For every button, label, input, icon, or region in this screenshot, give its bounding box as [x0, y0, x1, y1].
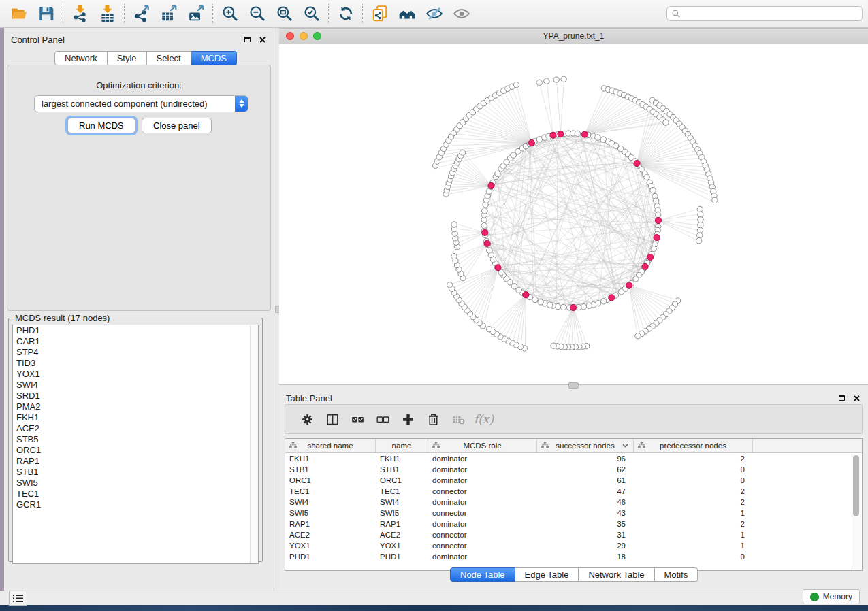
mcds-result-item[interactable]: PMA2 — [13, 401, 258, 412]
network-node[interactable] — [451, 253, 457, 259]
mcds-hub-node[interactable] — [550, 132, 556, 138]
mcds-hub-node[interactable] — [523, 292, 529, 298]
add-column-icon[interactable] — [396, 408, 421, 431]
tab-mcds[interactable]: MCDS — [191, 51, 237, 65]
horizontal-splitter-handle[interactable] — [568, 382, 579, 389]
mcds-hub-node[interactable] — [558, 131, 564, 137]
mcds-hub-node[interactable] — [488, 182, 494, 188]
export-image-icon[interactable] — [182, 2, 210, 25]
network-node[interactable] — [538, 299, 543, 305]
show-all-icon[interactable] — [448, 2, 475, 25]
table-row[interactable]: RAP1RAP1dominator352 — [285, 518, 862, 529]
float-table-panel-icon[interactable] — [837, 393, 846, 403]
network-node[interactable] — [633, 276, 639, 282]
network-node[interactable] — [451, 222, 457, 227]
network-canvas[interactable] — [279, 44, 868, 384]
table-row[interactable]: FKH1FKH1dominator962 — [285, 453, 862, 464]
network-node[interactable] — [697, 227, 703, 233]
refresh-icon[interactable] — [332, 2, 359, 25]
table-row[interactable]: STB1STB1dominator620 — [285, 464, 862, 475]
mcds-result-item[interactable]: ACE2 — [13, 423, 258, 434]
mcds-hub-node[interactable] — [528, 139, 534, 146]
tab-edge-table[interactable]: Edge Table — [515, 567, 579, 582]
first-neighbors-icon[interactable] — [393, 2, 421, 25]
network-node[interactable] — [532, 297, 538, 302]
mcds-hub-node[interactable] — [484, 240, 490, 246]
mcds-result-item[interactable]: STB5 — [13, 434, 258, 445]
mcds-hub-node[interactable] — [570, 304, 576, 310]
mcds-result-item[interactable]: SWI5 — [13, 478, 258, 489]
float-panel-icon[interactable] — [242, 35, 252, 44]
save-session-icon[interactable] — [33, 2, 60, 25]
mcds-result-list[interactable]: PHD1CAR1STP4TID3YOX1SWI4SRD1PMA2FKH1ACE2… — [12, 325, 259, 564]
mcds-result-item[interactable]: SRD1 — [13, 391, 258, 401]
network-node[interactable] — [495, 171, 500, 176]
network-node[interactable] — [511, 284, 517, 289]
network-node[interactable] — [482, 208, 487, 214]
network-node[interactable] — [618, 289, 624, 295]
network-node[interactable] — [698, 217, 703, 222]
optimization-criterion-select[interactable]: largest connected component (undirected) — [34, 95, 248, 112]
open-session-icon[interactable] — [5, 2, 33, 25]
deselect-all-checks-icon[interactable] — [370, 408, 396, 431]
network-node[interactable] — [600, 299, 606, 304]
zoom-in-icon[interactable] — [216, 2, 244, 25]
network-node[interactable] — [553, 77, 559, 82]
zoom-out-icon[interactable] — [244, 2, 271, 25]
table-row[interactable]: ORC1ORC1dominator610 — [285, 475, 862, 486]
tab-style[interactable]: Style — [108, 51, 147, 65]
import-network-icon[interactable] — [67, 2, 94, 25]
mcds-result-item[interactable]: YOX1 — [13, 369, 258, 380]
close-table-panel-icon[interactable] — [852, 393, 861, 403]
column-header-shared-name[interactable]: shared name — [285, 439, 376, 452]
network-node[interactable] — [513, 82, 519, 87]
mcds-hub-node[interactable] — [609, 295, 615, 301]
network-node[interactable] — [486, 327, 492, 332]
table-options-gear-icon[interactable] — [295, 408, 320, 431]
table-row[interactable]: YOX1YOX1connector291 — [285, 540, 862, 551]
tab-motifs[interactable]: Motifs — [655, 567, 698, 582]
network-window-titlebar[interactable]: YPA_prune.txt_1 — [279, 28, 868, 44]
mcds-hub-node[interactable] — [634, 160, 640, 166]
network-node[interactable] — [575, 131, 580, 136]
mcds-result-item[interactable]: STB1 — [13, 467, 258, 478]
network-node[interactable] — [656, 212, 661, 218]
mcds-result-item[interactable]: TEC1 — [13, 489, 258, 499]
delete-column-icon[interactable] — [421, 408, 446, 431]
table-row[interactable]: SWI4SWI4dominator462 — [285, 497, 862, 508]
network-node[interactable] — [663, 120, 669, 125]
network-node[interactable] — [561, 76, 566, 82]
network-node[interactable] — [547, 302, 553, 308]
table-row[interactable]: ACE2ACE2connector311 — [285, 529, 862, 540]
tab-network[interactable]: Network — [54, 51, 108, 65]
network-node[interactable] — [697, 206, 703, 212]
close-panel-icon[interactable] — [257, 35, 267, 44]
mcds-result-item[interactable]: RAP1 — [13, 456, 258, 467]
export-network-icon[interactable] — [128, 2, 155, 25]
table-row[interactable]: SWI5SWI5connector431 — [285, 508, 862, 518]
mcds-hub-node[interactable] — [495, 265, 501, 271]
network-node[interactable] — [447, 282, 452, 288]
mcds-result-item[interactable]: CAR1 — [13, 336, 258, 347]
network-node[interactable] — [698, 212, 703, 217]
tab-node-table[interactable]: Node Table — [450, 567, 515, 582]
network-node[interactable] — [712, 197, 718, 203]
network-node[interactable] — [586, 303, 592, 308]
mcds-result-item[interactable]: ORC1 — [13, 445, 258, 456]
network-node[interactable] — [481, 222, 487, 228]
mcds-result-item[interactable]: PHD1 — [13, 325, 258, 336]
mcds-hub-node[interactable] — [482, 229, 488, 235]
table-scrollbar[interactable] — [852, 454, 861, 569]
mcds-result-item[interactable]: FKH1 — [13, 412, 258, 423]
network-node[interactable] — [698, 222, 703, 227]
result-list-scrollbar[interactable] — [250, 325, 258, 563]
table-row[interactable]: PHD1PHD1dominator180 — [285, 551, 862, 562]
network-node[interactable] — [487, 248, 492, 253]
mcds-hub-node[interactable] — [581, 131, 588, 137]
network-node[interactable] — [696, 238, 701, 244]
zoom-fit-icon[interactable] — [271, 2, 298, 25]
table-scrollbar-thumb[interactable] — [853, 455, 859, 516]
zoom-selected-icon[interactable] — [298, 2, 325, 25]
hide-selected-icon[interactable] — [421, 2, 448, 25]
network-node[interactable] — [551, 343, 556, 348]
